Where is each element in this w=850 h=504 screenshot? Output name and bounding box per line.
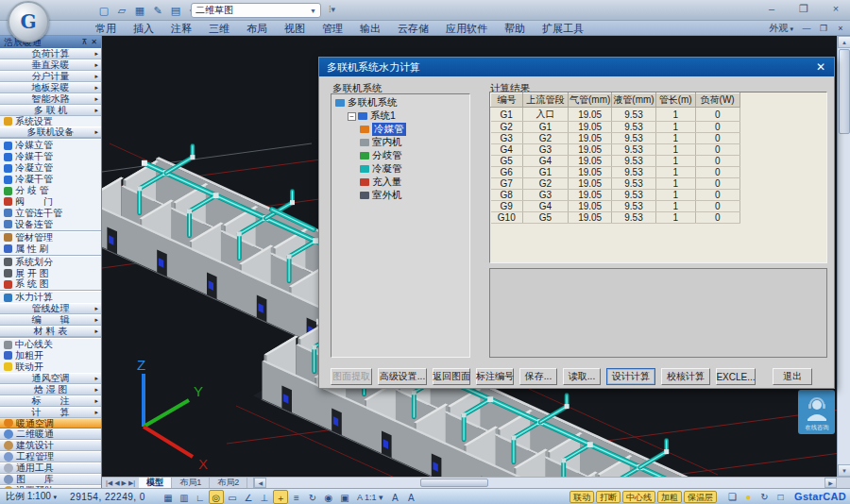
table-row[interactable]: G9G419.059.5310 <box>491 201 740 212</box>
tree-node-室内机[interactable]: 室内机 <box>332 136 469 149</box>
sidebar-item-26[interactable]: 中心线关 <box>0 339 101 350</box>
ribbon-tab-10[interactable]: 应用软件 <box>437 21 496 36</box>
appearance-menu[interactable]: 外观 ▾ <box>770 22 793 35</box>
sidebar-item-16[interactable]: 设备连管 <box>0 219 101 230</box>
ribbon-tab-11[interactable]: 帮助 <box>496 21 534 36</box>
table-row[interactable]: G1入口19.059.5310 <box>491 108 740 122</box>
minimize-button[interactable]: – <box>763 3 780 15</box>
sidebar-item-29[interactable]: 通风空调▸ <box>0 373 101 384</box>
toggle-保温层[interactable]: 保温层 <box>684 491 717 503</box>
table-header-4[interactable]: 液管(mm) <box>612 93 655 108</box>
table-row[interactable]: G4G319.059.5310 <box>491 144 740 156</box>
ribbon-tab-2[interactable]: 插入 <box>125 21 162 36</box>
table-header-2[interactable]: 上流管段 <box>523 93 569 108</box>
tree-node-室外机[interactable]: 室外机 <box>332 189 469 202</box>
online-consult-button[interactable]: 在线咨询 <box>798 390 835 434</box>
qat-more-icon[interactable]: ⁞▾ <box>329 5 335 14</box>
sidebar-item-36[interactable]: 工程管理 <box>0 451 101 462</box>
sidebar-item-17[interactable]: 管材管理 <box>0 232 101 244</box>
layout-tab-模型[interactable]: 模型 <box>139 478 172 488</box>
ribbon-tab-8[interactable]: 输出 <box>351 21 389 36</box>
sidebar-item-22[interactable]: 水力计算 <box>0 292 101 303</box>
dialog-button-7[interactable]: 设计计算 <box>606 368 655 385</box>
sidebar-item-28[interactable]: 联动开 <box>0 361 101 373</box>
palette-close-icon[interactable]: ✕ <box>91 36 97 48</box>
horizontal-scrollbar[interactable]: ◀ ▶ <box>253 478 850 488</box>
ribbon-tab-1[interactable]: 常用 <box>87 21 125 36</box>
sidebar-item-8[interactable]: 多联机设备▸ <box>0 126 101 138</box>
osnap-icon[interactable]: ⊥ <box>257 490 272 504</box>
sidebar-item-6[interactable]: 多 联 机▸ <box>0 105 101 116</box>
vscroll-thumb[interactable] <box>839 49 850 134</box>
doc-close-button[interactable]: × <box>835 24 846 33</box>
dialog-button-5[interactable]: 保存... <box>519 368 557 385</box>
sidebar-item-31[interactable]: 标 注▸ <box>0 395 101 407</box>
ribbon-tab-9[interactable]: 云存储 <box>389 21 437 36</box>
scale-control[interactable]: 比例 1:100 ▾ <box>6 490 57 503</box>
prev-tab-icon[interactable]: ◀ <box>114 479 119 487</box>
tree-node-充入量[interactable]: 充入量 <box>332 176 469 189</box>
snap-icon[interactable]: ▥ <box>177 490 192 504</box>
angle-icon[interactable]: ∠ <box>241 490 256 504</box>
toggle-加粗[interactable]: 加粗 <box>657 491 682 503</box>
dialog-close-icon[interactable]: ✕ <box>813 60 828 74</box>
toggle-打断[interactable]: 打断 <box>596 491 620 503</box>
sidebar-item-33[interactable]: 暖通空调 <box>0 418 101 429</box>
cycle-select-icon[interactable]: ↻ <box>305 490 320 504</box>
tree-node-分歧管[interactable]: 分歧管 <box>332 149 469 162</box>
plot-icon[interactable]: ▤ <box>168 3 183 18</box>
close-button[interactable]: × <box>827 3 844 15</box>
auto-annotation-icon[interactable]: A <box>403 490 418 504</box>
preview-icon[interactable]: ▣ <box>337 490 352 504</box>
dialog-titlebar[interactable]: 多联机系统水力计算 ✕ <box>319 58 834 76</box>
zoom-icon[interactable]: ◉ <box>321 490 336 504</box>
ribbon-tab-12[interactable]: 扩展工具 <box>534 21 592 36</box>
tree-node-冷凝管[interactable]: 冷凝管 <box>332 162 469 176</box>
sidebar-item-18[interactable]: 属 性 刷 <box>0 244 101 255</box>
ribbon-tab-3[interactable]: 注释 <box>162 21 200 36</box>
sidebar-item-27[interactable]: 加粗开 <box>0 350 101 361</box>
grid-icon[interactable]: ▦ <box>161 490 176 504</box>
sidebar-item-2[interactable]: 垂直采暖▸ <box>0 59 101 71</box>
table-header-3[interactable]: 气管(mm) <box>569 93 612 108</box>
table-row[interactable]: G8G319.059.5310 <box>491 190 740 201</box>
layout-tab-布局1[interactable]: 布局1 <box>172 478 210 488</box>
table-row[interactable]: G7G219.059.5310 <box>491 178 740 190</box>
clean-screen-icon[interactable]: ↻ <box>757 492 772 502</box>
sidebar-item-1[interactable]: 负荷计算▸ <box>0 48 101 59</box>
sidebar-item-9[interactable]: 冷媒立管 <box>0 140 101 151</box>
dialog-button-10[interactable]: 退出 <box>773 368 812 385</box>
scroll-down-icon[interactable]: ▼ <box>838 464 850 477</box>
ribbon-tab-7[interactable]: 管理 <box>314 21 351 36</box>
sidebar-item-38[interactable]: 图 库 <box>0 474 101 485</box>
sidebar-item-21[interactable]: 系 统 图 <box>0 278 101 290</box>
table-row[interactable]: G3G219.059.5310 <box>491 133 740 144</box>
sidebar-item-15[interactable]: 立管连干管 <box>0 208 101 219</box>
sidebar-item-24[interactable]: 编 辑▸ <box>0 314 101 326</box>
rect-snap-icon[interactable]: ▭ <box>225 490 240 504</box>
sidebar-item-11[interactable]: 冷凝立管 <box>0 162 101 174</box>
table-row[interactable]: G6G119.059.5310 <box>491 167 740 178</box>
ortho-icon[interactable]: ∟ <box>193 490 208 504</box>
table-row[interactable]: G10G519.059.5310 <box>491 212 740 224</box>
hscroll-thumb[interactable] <box>420 479 488 487</box>
scroll-left-icon[interactable]: ◀ <box>254 478 266 488</box>
layout-tab-布局2[interactable]: 布局2 <box>210 478 247 488</box>
maximize-button[interactable]: ❐ <box>795 3 812 15</box>
sidebar-item-25[interactable]: 材 料 表▸ <box>0 326 101 337</box>
sidebar-item-35[interactable]: 建筑设计 <box>0 440 101 451</box>
sidebar-item-32[interactable]: 计 算▸ <box>0 407 101 418</box>
dialog-button-4[interactable]: 标注编号 <box>476 368 514 385</box>
dialog-button-2[interactable]: 高级设置... <box>378 368 427 385</box>
app-logo-button[interactable]: G <box>8 1 49 42</box>
vertical-scrollbar[interactable]: ▲ ▼ <box>837 36 850 477</box>
doc-restore-button[interactable]: ❐ <box>818 24 829 33</box>
workspace-combo[interactable]: 二维草图 ▼ <box>191 3 321 18</box>
new-file-icon[interactable]: ▢ <box>96 3 111 18</box>
result-table-container[interactable]: 编号上流管段气管(mm)液管(mm)管长(m)负荷(W)G1入口19.059.5… <box>489 92 827 263</box>
sidebar-item-34[interactable]: 二维暖通 <box>0 428 101 440</box>
fullscreen-icon[interactable]: □ <box>774 492 788 502</box>
table-row[interactable]: G5G419.059.5310 <box>491 156 740 167</box>
otrack-icon[interactable]: ＋ <box>273 490 288 504</box>
sidebar-item-4[interactable]: 地板采暖▸ <box>0 82 101 93</box>
